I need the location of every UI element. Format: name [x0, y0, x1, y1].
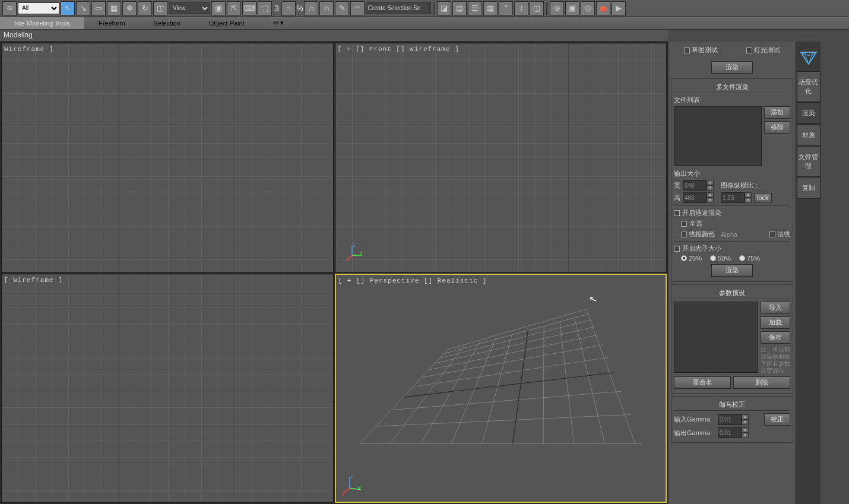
width-spinner[interactable]: ▲▼ — [683, 180, 714, 191]
import-button[interactable]: 导入 — [761, 302, 790, 314]
tab-material[interactable]: 材质 — [797, 124, 821, 146]
photon-25-radio[interactable]: 25% — [681, 255, 702, 262]
wire-color-checkbox[interactable]: 线框颜色 — [681, 230, 715, 239]
svg-rect-8 — [2, 274, 333, 503]
svg-line-5 — [346, 255, 352, 261]
spinner-snap-icon[interactable]: ∩ — [319, 1, 334, 15]
render-prod-icon[interactable]: ▶ — [612, 1, 626, 15]
svg-line-12 — [343, 488, 350, 493]
curve-editor-icon[interactable]: ⌇ — [514, 1, 528, 15]
svg-rect-2 — [335, 43, 667, 272]
photon-50-radio[interactable]: 50% — [710, 255, 731, 262]
viewport-top[interactable]: Wireframe ] — [1, 43, 334, 272]
light-test-checkbox[interactable]: 灯光测试 — [746, 46, 780, 55]
viewport-left[interactable]: [ Wireframe ] — [1, 274, 334, 503]
tab-file-mgr[interactable]: 文件管理 — [797, 146, 821, 177]
svg-rect-9 — [336, 275, 666, 502]
layers-icon[interactable]: ☰ — [468, 1, 482, 15]
align-icon[interactable]: ▤ — [452, 1, 467, 15]
snap-3-label: 3 — [274, 4, 279, 13]
tab-scene-opt[interactable]: 场景优化 — [797, 71, 821, 102]
edit-named-icon[interactable]: ✎ — [335, 1, 349, 15]
add-button[interactable]: 添加 — [764, 106, 790, 119]
create-selection-input[interactable] — [366, 2, 431, 14]
teapot-icon[interactable]: 🫖 — [596, 1, 610, 15]
save-button[interactable]: 保存 — [761, 331, 790, 344]
select-tool-icon[interactable]: ↖ — [61, 1, 75, 15]
select-all-checkbox[interactable]: 全选 — [681, 219, 790, 228]
schematic-icon[interactable]: ◫ — [530, 1, 544, 15]
mirror-icon[interactable]: ◪ — [437, 1, 451, 15]
in-gamma-label: 输入Gamma — [674, 415, 715, 424]
out-gamma-spinner[interactable]: ▲▼ — [718, 427, 749, 438]
preset-listbox[interactable] — [674, 302, 758, 373]
in-gamma-spinner[interactable]: ▲▼ — [718, 414, 749, 425]
lock-button[interactable]: lock — [754, 193, 772, 202]
file-listbox[interactable] — [674, 106, 762, 166]
ribbon-tabs: hite Modeling Tools Freeform Selection O… — [0, 17, 849, 30]
viewport-perspective[interactable]: [ + [] Perspective [] Realistic ] z y x — [335, 274, 667, 503]
tab-modeling-tools[interactable]: hite Modeling Tools — [0, 17, 84, 29]
manip-icon[interactable]: ⇱ — [227, 1, 241, 15]
snap-percent-icon[interactable]: ∩ — [304, 1, 318, 15]
viewport-label[interactable]: [ + [] Perspective [] Realistic ] — [338, 277, 487, 284]
move-tool-icon[interactable]: ✥ — [122, 1, 137, 15]
tab-mail-icon[interactable]: ✉ ▾ — [259, 17, 298, 29]
window-crossing-icon[interactable]: ▦ — [107, 1, 121, 15]
wave-icon[interactable]: ≋ — [2, 1, 17, 15]
svg-text:z: z — [353, 243, 356, 248]
axis-gizmo: z y — [340, 243, 364, 267]
svg-text:z: z — [351, 474, 353, 478]
render-button-2[interactable]: 渲染 — [711, 264, 753, 277]
group-title: 参数预设 — [674, 287, 790, 299]
aspect-spinner[interactable]: ▲▼ — [721, 192, 752, 203]
svg-text:y: y — [360, 251, 363, 255]
remove-button[interactable]: 移除 — [764, 121, 790, 134]
tab-freeform[interactable]: Freeform — [84, 17, 140, 29]
separator — [546, 2, 547, 15]
ref-coord-dropdown[interactable]: View — [169, 2, 210, 14]
tab-render[interactable]: 渲染 — [797, 102, 821, 124]
load-button[interactable]: 加载 — [761, 316, 790, 329]
render-frame-icon[interactable]: ◎ — [581, 1, 595, 15]
alpha-label: Alpha — [721, 231, 737, 238]
enable-channel-checkbox[interactable]: 开启通道渲染 — [674, 208, 790, 217]
keyboard-icon[interactable]: ⌨ — [242, 1, 256, 15]
plugin-logo-icon[interactable] — [799, 50, 819, 65]
delete-button[interactable]: 删除 — [733, 376, 790, 389]
snap-angle-icon[interactable]: ∩ — [281, 1, 296, 15]
output-size-label: 输出大小 — [674, 169, 790, 178]
height-label: 高 — [674, 194, 680, 202]
viewport-label[interactable]: Wireframe ] — [4, 46, 54, 53]
correct-button[interactable]: 校正 — [764, 413, 790, 426]
viewport-label[interactable]: [ Wireframe ] — [4, 277, 63, 284]
material-editor-icon[interactable]: ⊕ — [550, 1, 564, 15]
pivot-icon[interactable]: ▣ — [211, 1, 226, 15]
layer-manager-icon[interactable]: ▦ — [483, 1, 498, 15]
axis-gizmo: z y x — [341, 473, 365, 497]
height-spinner[interactable]: ▲▼ — [683, 192, 714, 203]
viewport-front[interactable]: [ + [] Front [] Wireframe ] z y — [335, 43, 667, 272]
aspect-label: 图像纵横比： — [721, 181, 760, 190]
viewport-label[interactable]: [ + [] Front [] Wireframe ] — [338, 46, 460, 53]
photon-75-radio[interactable]: 75% — [739, 255, 760, 262]
enable-photon-checkbox[interactable]: 开启光子大小 — [674, 244, 790, 253]
svg-text:y: y — [359, 485, 361, 490]
sketch-test-checkbox[interactable]: 草图测试 — [684, 46, 718, 55]
select-name-icon[interactable]: ↘ — [76, 1, 90, 15]
normal-checkbox[interactable]: 法线 — [769, 230, 790, 239]
graph-icon[interactable]: ⌃ — [499, 1, 513, 15]
abc-icon[interactable]: ᴬᴮᶜ — [350, 1, 365, 15]
select-region-icon[interactable]: ▭ — [91, 1, 106, 15]
tab-object-paint[interactable]: Object Paint — [195, 17, 259, 29]
render-setup-icon[interactable]: ▣ — [565, 1, 579, 15]
tab-selection[interactable]: Selection — [140, 17, 195, 29]
scale-tool-icon[interactable]: ◫ — [153, 1, 167, 15]
render-button[interactable]: 渲染 — [711, 61, 753, 74]
rotate-tool-icon[interactable]: ↻ — [138, 1, 152, 15]
far-right-tabs: 场景优化 渲染 材质 文件管理 复制 — [796, 42, 821, 504]
tab-copy[interactable]: 复制 — [797, 177, 821, 199]
named-sel-icon[interactable]: ⬚ — [258, 1, 272, 15]
filter-dropdown[interactable]: All — [18, 2, 59, 14]
rename-button[interactable]: 重命名 — [674, 376, 731, 389]
